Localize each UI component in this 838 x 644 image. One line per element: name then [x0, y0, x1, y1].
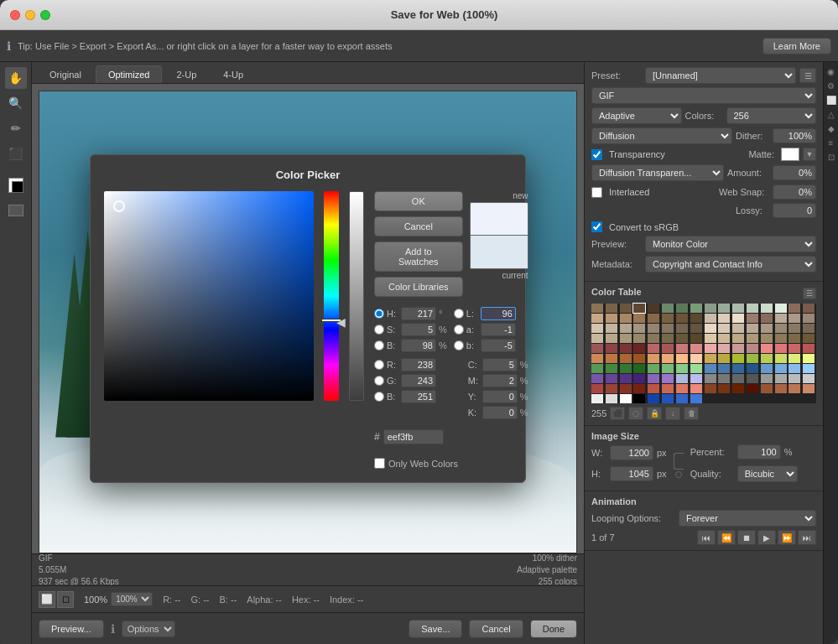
- color-cell[interactable]: [591, 374, 603, 383]
- anim-last[interactable]: ⏭: [798, 530, 816, 545]
- color-cell[interactable]: [803, 374, 815, 383]
- preview-select-right[interactable]: Monitor Color: [645, 236, 816, 252]
- color-cell[interactable]: [591, 384, 603, 393]
- color-cell[interactable]: [676, 384, 688, 393]
- color-cell[interactable]: [690, 334, 702, 343]
- color-cell[interactable]: [690, 324, 702, 333]
- color-cell[interactable]: [761, 334, 773, 343]
- a-input[interactable]: [481, 323, 516, 336]
- preview-toggle[interactable]: [5, 200, 27, 221]
- color-cell[interactable]: [732, 364, 744, 373]
- blue-input[interactable]: [401, 390, 436, 403]
- color-cell[interactable]: [775, 374, 787, 383]
- tab-original[interactable]: Original: [37, 65, 94, 83]
- amount-input[interactable]: [773, 165, 816, 180]
- color-cell[interactable]: [732, 344, 744, 353]
- color-cell[interactable]: [620, 324, 632, 333]
- learn-more-button[interactable]: Learn More: [763, 38, 831, 55]
- color-cell[interactable]: [633, 354, 645, 363]
- info-icon-action[interactable]: ℹ: [111, 622, 115, 636]
- color-cell[interactable]: [633, 324, 645, 333]
- color-cell[interactable]: [718, 384, 730, 393]
- color-cell[interactable]: [705, 374, 716, 383]
- sat-radio[interactable]: [374, 325, 384, 335]
- color-cell[interactable]: [789, 334, 800, 343]
- hue-radio[interactable]: [374, 309, 384, 319]
- hand-tool[interactable]: ✋: [5, 67, 27, 89]
- color-cell[interactable]: [775, 384, 787, 393]
- color-cell[interactable]: [747, 334, 758, 343]
- color-cell[interactable]: [662, 344, 674, 353]
- anim-first[interactable]: ⏮: [697, 530, 716, 545]
- color-cell[interactable]: [690, 344, 702, 353]
- preset-select[interactable]: [Unnamed]: [645, 67, 796, 84]
- zoom-select[interactable]: 100%50%200%: [111, 592, 153, 606]
- color-cell[interactable]: [789, 384, 800, 393]
- color-cell[interactable]: [676, 344, 688, 353]
- preview-icon-1[interactable]: ⬜: [39, 591, 55, 608]
- matte-dropdown[interactable]: ▼: [803, 148, 816, 161]
- color-cell[interactable]: [648, 354, 659, 363]
- color-cell[interactable]: [591, 394, 603, 403]
- color-cell[interactable]: [690, 384, 702, 393]
- foreground-color[interactable]: [5, 174, 27, 196]
- color-cell[interactable]: [690, 364, 702, 373]
- adaptive-select[interactable]: Adaptive: [591, 107, 682, 124]
- color-cell[interactable]: [606, 364, 617, 373]
- blue-radio[interactable]: [374, 392, 384, 402]
- color-cell[interactable]: [705, 324, 716, 333]
- ok-button[interactable]: OK: [374, 191, 463, 211]
- color-cell[interactable]: [633, 374, 645, 383]
- color-cell[interactable]: [775, 364, 787, 373]
- color-cell[interactable]: [591, 304, 603, 313]
- color-cell[interactable]: [775, 354, 787, 363]
- color-cell[interactable]: [606, 384, 617, 393]
- color-cell[interactable]: [633, 364, 645, 373]
- l-radio[interactable]: [454, 309, 464, 319]
- color-cell[interactable]: [606, 374, 617, 383]
- color-cell[interactable]: [803, 354, 815, 363]
- color-cell[interactable]: [732, 374, 744, 383]
- color-cell[interactable]: [591, 334, 603, 343]
- color-cell[interactable]: [620, 314, 632, 323]
- hue-input[interactable]: [401, 307, 436, 320]
- color-cell[interactable]: [789, 374, 800, 383]
- color-cell[interactable]: [747, 324, 758, 333]
- color-cell[interactable]: [803, 334, 815, 343]
- bright-input[interactable]: [401, 339, 436, 352]
- web-colors-checkbox[interactable]: [374, 458, 385, 469]
- far-right-icon-1[interactable]: ◉: [825, 65, 837, 77]
- color-cell[interactable]: [662, 314, 674, 323]
- color-table-btn4[interactable]: ↓: [665, 407, 680, 420]
- color-cell[interactable]: [690, 354, 702, 363]
- color-cell[interactable]: [662, 324, 674, 333]
- color-cell[interactable]: [620, 394, 632, 403]
- color-cell[interactable]: [690, 304, 702, 313]
- color-cell[interactable]: [775, 304, 787, 313]
- color-table-btn1[interactable]: ⬛: [610, 407, 625, 420]
- color-cell[interactable]: [803, 324, 815, 333]
- bright-radio[interactable]: [374, 340, 384, 351]
- far-right-icon-4[interactable]: △: [825, 108, 837, 120]
- anim-stop[interactable]: ⏹: [737, 530, 756, 545]
- color-cell[interactable]: [775, 324, 787, 333]
- color-cell[interactable]: [676, 374, 688, 383]
- metadata-select[interactable]: Copyright and Contact Info: [645, 256, 816, 273]
- color-cell[interactable]: [662, 394, 674, 403]
- color-cell[interactable]: [732, 334, 744, 343]
- color-cell[interactable]: [620, 374, 632, 383]
- maximize-button[interactable]: [40, 10, 50, 20]
- color-cell[interactable]: [747, 304, 758, 313]
- color-cell[interactable]: [732, 354, 744, 363]
- save-button[interactable]: Save...: [409, 620, 462, 638]
- color-cell[interactable]: [648, 394, 659, 403]
- color-cell[interactable]: [620, 354, 632, 363]
- transparency-checkbox[interactable]: [591, 149, 602, 160]
- far-right-icon-5[interactable]: ◆: [825, 122, 837, 134]
- tab-optimized[interactable]: Optimized: [96, 65, 163, 83]
- color-cell[interactable]: [676, 364, 688, 373]
- color-cell[interactable]: [662, 354, 674, 363]
- diffusion-select[interactable]: Diffusion: [591, 127, 732, 144]
- minimize-button[interactable]: [25, 10, 35, 20]
- color-table-btn3[interactable]: 🔒: [647, 407, 662, 420]
